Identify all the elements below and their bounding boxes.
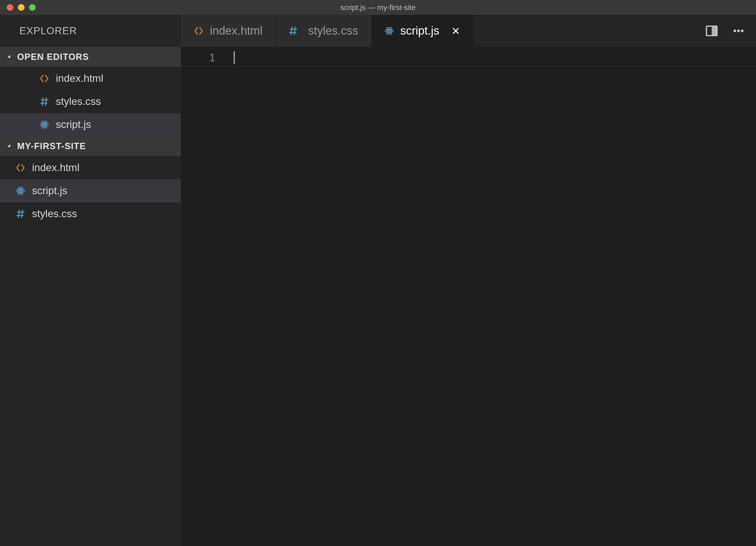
- open-editor-label: script.js: [56, 119, 91, 131]
- tab-index-html[interactable]: index.html: [181, 15, 275, 47]
- editor-actions: [705, 15, 756, 47]
- open-editors-label: OPEN EDITORS: [17, 52, 89, 62]
- more-actions-button[interactable]: [731, 24, 746, 38]
- close-window-button[interactable]: [7, 4, 13, 11]
- editor-region: index.html styles.css script.js: [181, 15, 756, 546]
- react-atom-icon: [39, 119, 50, 130]
- react-atom-icon: [384, 26, 394, 36]
- tab-label: styles.css: [304, 24, 358, 38]
- file-index-html[interactable]: index.html: [0, 156, 181, 179]
- file-script-js[interactable]: script.js: [0, 179, 181, 202]
- line-number-gutter: 1: [181, 47, 233, 546]
- chevron-down-icon: [6, 143, 13, 150]
- file-styles-css[interactable]: styles.css: [0, 202, 181, 225]
- open-editor-label: styles.css: [56, 96, 101, 107]
- open-editors-header[interactable]: OPEN EDITORS: [0, 47, 181, 67]
- html-bracket-icon: [39, 73, 50, 84]
- hash-icon: [288, 26, 298, 36]
- hash-icon: [15, 208, 26, 219]
- minimize-window-button[interactable]: [18, 4, 25, 11]
- code-area[interactable]: [233, 47, 756, 546]
- window-title: script.js — my-first-site: [0, 3, 756, 12]
- open-editor-styles-css[interactable]: styles.css: [0, 90, 181, 113]
- chevron-down-icon: [6, 54, 13, 60]
- file-label: script.js: [32, 185, 67, 197]
- tab-label: script.js: [400, 24, 439, 38]
- zoom-window-button[interactable]: [29, 4, 36, 11]
- folder-header[interactable]: MY-FIRST-SITE: [0, 136, 181, 156]
- tab-script-js[interactable]: script.js: [371, 15, 474, 47]
- open-editor-index-html[interactable]: index.html: [0, 67, 181, 90]
- tab-label: index.html: [210, 24, 262, 38]
- folder-tree: index.html script.js styles.css: [0, 156, 181, 225]
- react-atom-icon: [15, 185, 26, 196]
- file-label: styles.css: [32, 208, 77, 220]
- open-editor-script-js[interactable]: script.js: [0, 113, 181, 136]
- sidebar-title: EXPLORER: [0, 15, 181, 47]
- line-number: 1: [181, 51, 233, 65]
- folder-label: MY-FIRST-SITE: [17, 141, 86, 151]
- tab-styles-css[interactable]: styles.css: [275, 15, 371, 47]
- editor-body[interactable]: 1: [181, 47, 756, 546]
- tabs-row: index.html styles.css script.js: [181, 15, 756, 47]
- text-cursor: [234, 51, 235, 64]
- html-bracket-icon: [193, 26, 204, 36]
- file-label: index.html: [32, 162, 80, 174]
- split-editor-button[interactable]: [705, 24, 719, 38]
- hash-icon: [39, 96, 50, 107]
- html-bracket-icon: [15, 162, 26, 173]
- window-controls: [0, 4, 36, 11]
- workbench: EXPLORER OPEN EDITORS index.html styles.…: [0, 15, 756, 546]
- open-editor-label: index.html: [56, 73, 103, 84]
- titlebar: script.js — my-first-site: [0, 0, 756, 15]
- explorer-sidebar: EXPLORER OPEN EDITORS index.html styles.…: [0, 15, 181, 546]
- vscode-window: script.js — my-first-site EXPLORER OPEN …: [0, 0, 756, 546]
- close-icon[interactable]: [451, 26, 461, 36]
